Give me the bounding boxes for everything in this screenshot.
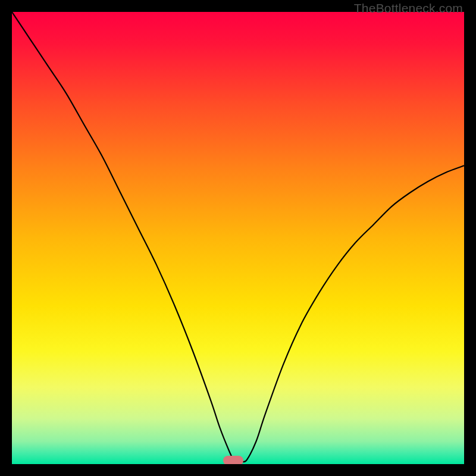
chart-frame: TheBottleneck.com [0,0,476,476]
chart-curve-layer [12,12,464,464]
plot-area [12,12,464,464]
optimum-marker [223,456,243,464]
bottleneck-curve [12,12,464,462]
watermark-text: TheBottleneck.com [354,1,463,15]
